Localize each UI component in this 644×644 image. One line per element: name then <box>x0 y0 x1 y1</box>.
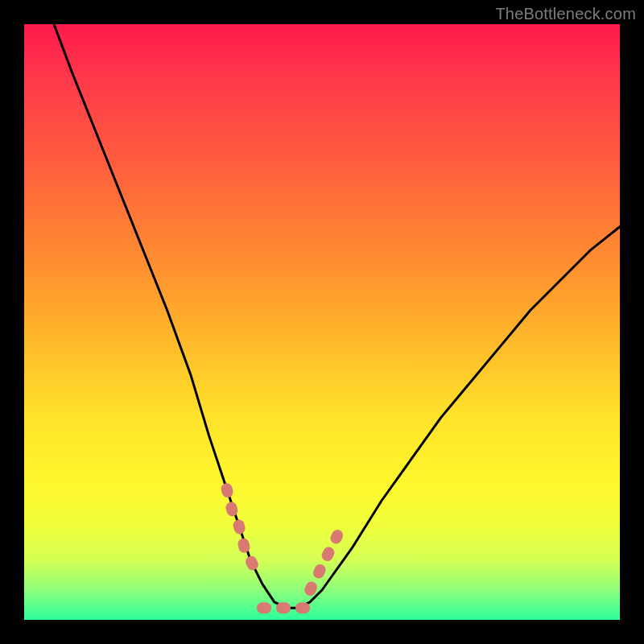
marker-band-right <box>310 530 340 590</box>
watermark-text: TheBottleneck.com <box>495 5 636 23</box>
chart-frame: TheBottleneck.com <box>0 0 644 644</box>
bottleneck-curve <box>54 24 620 608</box>
curve-layer <box>24 24 620 620</box>
plot-area <box>24 24 620 620</box>
